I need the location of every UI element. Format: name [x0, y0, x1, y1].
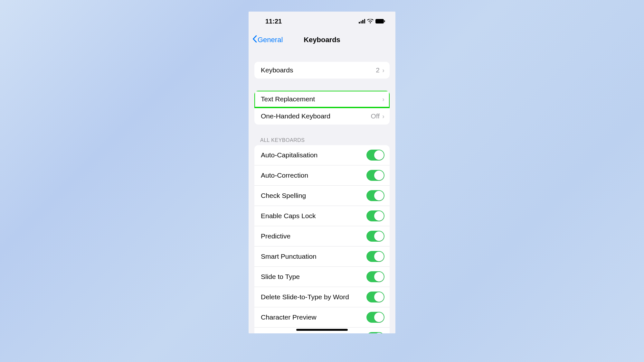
row-value-wrap: › — [382, 95, 384, 103]
row-label: Keyboards — [261, 66, 293, 74]
row-keyboards[interactable]: Keyboards 2 › — [254, 62, 390, 79]
row-label: Character Preview — [261, 313, 317, 321]
home-indicator[interactable] — [296, 329, 348, 331]
toggle-switch[interactable] — [366, 231, 384, 242]
row-label: Slide to Type — [261, 273, 300, 281]
toggle-switch[interactable] — [366, 150, 384, 161]
chevron-left-icon — [252, 35, 257, 44]
row-smart-punctuation[interactable]: Smart Punctuation — [254, 246, 390, 266]
toggle-switch[interactable] — [366, 312, 384, 323]
chevron-right-icon: › — [382, 95, 384, 103]
phone-frame: 11:21 General Keyboards Keyboards 2 — [249, 12, 395, 333]
toggle-switch[interactable] — [366, 251, 384, 262]
row-label: Enable Caps Lock — [261, 212, 316, 220]
row-label: Auto-Correction — [261, 172, 308, 179]
row-predictive[interactable]: Predictive — [254, 226, 390, 246]
wifi-icon — [367, 18, 374, 25]
row-character-preview[interactable]: Character Preview — [254, 307, 390, 327]
section-shortcuts: Text Replacement › One-Handed Keyboard O… — [254, 91, 390, 125]
status-bar: 11:21 — [249, 12, 395, 31]
row-check-spelling[interactable]: Check Spelling — [254, 185, 390, 206]
svg-rect-0 — [375, 19, 384, 23]
chevron-right-icon: › — [382, 112, 384, 120]
row-label: Predictive — [261, 232, 290, 240]
section-all-keyboards: Auto-Capitalisation Auto-Correction Chec… — [254, 145, 390, 333]
row-value: Off — [371, 112, 380, 120]
toggle-switch[interactable] — [366, 190, 384, 201]
section-header-all-keyboards: ALL KEYBOARDS — [260, 137, 384, 143]
row-value: 2 — [376, 66, 380, 74]
row-label: Smart Punctuation — [261, 253, 317, 260]
toggle-switch[interactable] — [366, 292, 384, 302]
svg-rect-1 — [384, 20, 385, 22]
back-label: General — [258, 36, 283, 44]
back-button[interactable]: General — [252, 35, 283, 44]
page-title: Keyboards — [304, 36, 340, 44]
cellular-icon — [359, 19, 365, 23]
row-label: Text Replacement — [261, 95, 315, 103]
row-label: Check Spelling — [261, 192, 306, 200]
row-enable-caps-lock[interactable]: Enable Caps Lock — [254, 206, 390, 226]
nav-bar: General Keyboards — [249, 31, 395, 49]
row-slide-to-type[interactable]: Slide to Type — [254, 266, 390, 287]
row-delete-slide-to-type[interactable]: Delete Slide-to-Type by Word — [254, 287, 390, 307]
toggle-switch[interactable] — [366, 332, 384, 333]
row-label: One-Handed Keyboard — [261, 112, 330, 120]
toggle-switch[interactable] — [366, 170, 384, 181]
row-value-wrap: 2 › — [376, 66, 384, 74]
row-label: Delete Slide-to-Type by Word — [261, 293, 349, 301]
row-label: Auto-Capitalisation — [261, 151, 317, 159]
row-value-wrap: Off › — [371, 112, 384, 120]
row-one-handed-keyboard[interactable]: One-Handed Keyboard Off › — [254, 107, 390, 125]
battery-icon — [375, 18, 385, 25]
row-text-replacement[interactable]: Text Replacement › — [254, 91, 390, 107]
toggle-switch[interactable] — [366, 210, 384, 221]
status-time: 11:21 — [265, 18, 282, 25]
toggle-switch[interactable] — [366, 271, 384, 282]
chevron-right-icon: › — [382, 66, 384, 74]
row-auto-capitalisation[interactable]: Auto-Capitalisation — [254, 145, 390, 165]
section-keyboards-list: Keyboards 2 › — [254, 62, 390, 79]
status-right — [359, 18, 385, 25]
row-auto-correction[interactable]: Auto-Correction — [254, 165, 390, 185]
